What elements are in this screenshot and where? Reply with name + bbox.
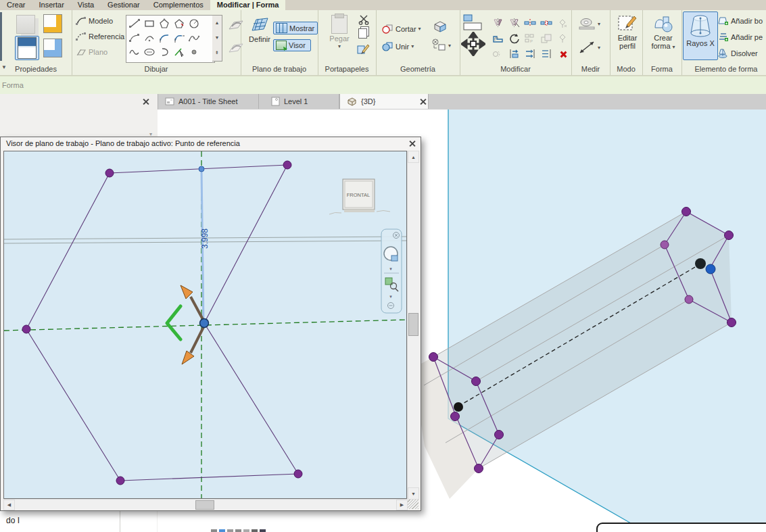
cut-button[interactable] <box>358 14 370 26</box>
tab-insertar[interactable]: Insertar <box>32 0 71 10</box>
draw-ellipse-icon[interactable] <box>142 45 157 59</box>
reference-point[interactable] <box>685 295 693 304</box>
viewer-hscrollbar[interactable]: ◀ ▶ <box>3 499 407 510</box>
draw-tangent-end-arc-icon[interactable] <box>172 30 187 45</box>
tab-gestionar[interactable]: Gestionar <box>101 0 147 10</box>
view-tab-a001[interactable]: A001 - Title Sheet <box>158 94 259 109</box>
draw-spline-icon[interactable] <box>187 30 201 45</box>
resize-grip[interactable] <box>408 500 418 509</box>
measure-button[interactable]: ▾ <box>575 17 603 31</box>
disolver-button[interactable]: Disolver <box>715 47 761 59</box>
mostrar-button[interactable]: Mostrar <box>273 22 318 34</box>
selected-point[interactable] <box>706 264 715 274</box>
browser-item-text[interactable]: do I <box>6 516 20 525</box>
delete-icon[interactable] <box>559 51 567 58</box>
split-gap-icon[interactable] <box>540 18 552 29</box>
split-element-icon[interactable] <box>524 18 536 29</box>
scroll-up-icon[interactable]: ▲ <box>408 151 419 163</box>
hscroll-thumb[interactable] <box>195 500 214 510</box>
close-view-icon[interactable] <box>419 98 427 105</box>
unir-button[interactable]: Unir▾ <box>379 40 416 53</box>
draw-pick-lines-icon[interactable] <box>172 45 187 59</box>
reference-point[interactable] <box>451 412 460 421</box>
draw-rectangle-icon[interactable] <box>142 16 157 30</box>
close-panel-icon[interactable] <box>142 98 149 105</box>
dimension-button[interactable]: ▾ <box>575 39 603 56</box>
draw-modelo-button[interactable]: Modelo <box>73 15 116 27</box>
mirror-axis-icon[interactable] <box>492 18 504 29</box>
reference-point[interactable] <box>294 470 302 478</box>
rotate-icon[interactable] <box>508 33 520 45</box>
center-point-far[interactable] <box>695 258 706 269</box>
draw-referencia-button[interactable]: Referencia <box>73 30 127 43</box>
cortar-button[interactable]: Cortar▾ <box>379 22 424 35</box>
draw-tangent-arc-icon[interactable] <box>157 30 172 45</box>
center-point-near[interactable] <box>454 402 463 412</box>
view-tab-3d[interactable]: {3D} <box>339 94 429 109</box>
demolish-button[interactable]: ▾ <box>431 39 451 52</box>
reference-point[interactable] <box>495 431 504 439</box>
visor-button[interactable]: Visor <box>273 39 311 51</box>
viewer-close-icon[interactable] <box>408 140 416 147</box>
draw-free-spline-icon[interactable] <box>127 45 142 59</box>
anadir-borde-button[interactable]: Añadir bo <box>715 14 765 27</box>
reference-point[interactable] <box>116 477 124 485</box>
align-icon[interactable] <box>508 49 520 60</box>
draw-center-arc-icon[interactable] <box>142 30 157 45</box>
reference-point[interactable] <box>661 241 669 249</box>
reference-point[interactable] <box>22 325 30 333</box>
midpoint-node[interactable] <box>199 166 204 172</box>
trim-multiple-icon[interactable] <box>541 49 552 60</box>
copy-button[interactable] <box>358 28 367 40</box>
view-tab-level1[interactable]: Level 1 <box>264 94 339 109</box>
draw-partial-ellipse-icon[interactable] <box>157 45 172 59</box>
coping-icon[interactable] <box>492 33 504 45</box>
reference-point[interactable] <box>725 231 734 240</box>
draw-fillet-arc-icon[interactable] <box>127 30 142 45</box>
reference-point[interactable] <box>727 318 736 327</box>
viewer-title-bar[interactable]: Visor de plano de trabajo - Plano de tra… <box>1 137 421 150</box>
anadir-perfil-button[interactable]: Añadir pe <box>715 30 765 43</box>
viewer-vscrollbar[interactable]: ▲ ▼ <box>407 151 419 499</box>
paint-button[interactable] <box>433 20 448 34</box>
scroll-down-icon[interactable]: ▼ <box>408 487 419 500</box>
draw-point-icon[interactable] <box>187 45 201 59</box>
reference-point[interactable] <box>429 353 438 362</box>
draw-circle-icon[interactable] <box>187 16 201 30</box>
trim-extend-icon[interactable] <box>525 49 536 60</box>
modify-select-icon[interactable] <box>462 14 483 32</box>
tile-windows-button[interactable] <box>41 37 65 59</box>
active-reference-point[interactable] <box>200 319 209 328</box>
viewer-viewport[interactable]: 3.998 <box>3 151 407 499</box>
match-properties-button[interactable] <box>357 43 370 56</box>
move-button[interactable] <box>461 32 485 57</box>
viewcube-label[interactable]: FRONTAL <box>347 192 370 198</box>
draw-grid-scroll[interactable]: ▲▼⇟ <box>212 15 222 62</box>
vscroll-thumb[interactable] <box>408 313 418 336</box>
rayos-x-button[interactable]: Rayos X <box>683 11 718 60</box>
mirror-draw-icon[interactable] <box>508 18 520 29</box>
tab-complementos[interactable]: Complementos <box>147 0 210 10</box>
reference-point[interactable] <box>283 161 291 169</box>
tab-vista[interactable]: Vista <box>71 0 101 10</box>
reference-point[interactable] <box>475 464 483 473</box>
cascade-windows-button[interactable] <box>41 13 65 34</box>
workplane-viewer-window[interactable]: Visor de plano de trabajo - Plano de tra… <box>0 137 421 511</box>
definir-button[interactable]: Definir <box>243 14 276 45</box>
tab-crear[interactable]: Crear <box>0 0 32 10</box>
tab-modificar-forma[interactable]: Modificar | Forma <box>210 0 286 10</box>
navbar-zoom-dropdown[interactable]: ▾ <box>389 294 392 299</box>
reference-point[interactable] <box>105 169 114 177</box>
properties-palette-button[interactable] <box>15 36 39 60</box>
reference-point[interactable] <box>682 208 691 216</box>
draw-circumscribed-polygon-icon[interactable] <box>172 16 187 30</box>
scroll-left-icon[interactable]: ◀ <box>3 500 15 510</box>
navbar-wheel-dropdown[interactable]: ▾ <box>389 266 392 271</box>
draw-line-icon[interactable] <box>127 16 142 30</box>
view-control-bar-partial[interactable] <box>211 529 268 532</box>
crear-forma-button[interactable]: Crear forma ▾ <box>645 13 681 53</box>
dimension-text[interactable]: 3.998 <box>200 228 210 249</box>
editar-perfil-button[interactable]: Editar perfil <box>611 13 644 51</box>
scroll-right-icon[interactable]: ▶ <box>396 500 408 510</box>
draw-inscribed-polygon-icon[interactable] <box>157 16 172 30</box>
